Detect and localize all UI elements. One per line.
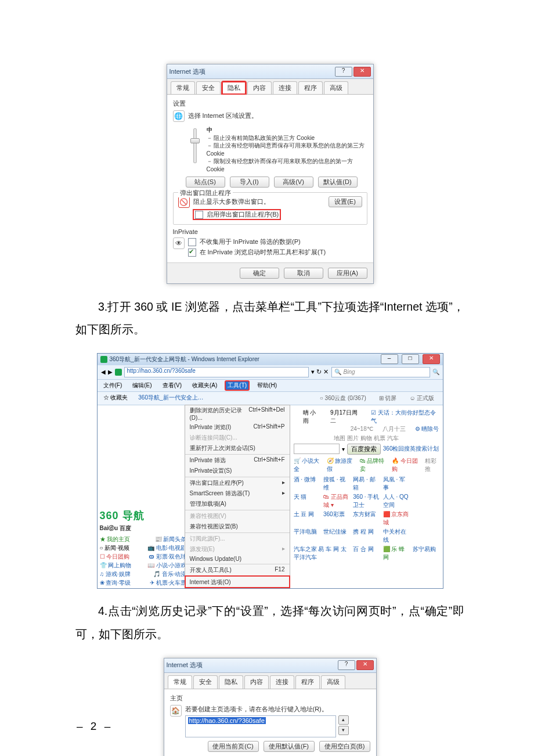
fav-star[interactable]: ☆ 收藏夹 <box>101 393 131 404</box>
tab3-content[interactable]: 内容 <box>244 675 269 689</box>
tab-general[interactable]: 常规 <box>171 81 195 94</box>
version-btn[interactable]: ☺ 正式版 <box>407 394 437 403</box>
gh-0[interactable]: 🛒 小说大全 <box>294 457 320 473</box>
close-button-2[interactable]: ✕ <box>423 354 440 364</box>
dd-delete-history[interactable]: 删除浏览的历史记录(D)...Ctrl+Shift+Del <box>185 405 290 422</box>
portal-search-input[interactable] <box>294 444 340 454</box>
popup-enable-checkbox[interactable] <box>195 211 203 219</box>
tab3-privacy[interactable]: 隐私 <box>219 675 243 689</box>
home-up-icon[interactable]: ▴ <box>338 715 349 725</box>
portal-search-side[interactable]: 360检回搜英搜索计划 <box>383 445 439 453</box>
menu-tools[interactable]: 工具(T) <box>225 381 249 390</box>
dd-subscribe[interactable]: 订阅此源(F)... <box>185 532 290 544</box>
back-icon[interactable]: ◀ <box>101 369 106 375</box>
search-tabs[interactable]: 地图 图片 购物 机票 汽车 <box>294 434 439 442</box>
ln-r1[interactable]: 📺 电影·电视剧 <box>147 544 187 552</box>
portal-search-button[interactable]: 百度搜索 <box>347 444 381 455</box>
g31[interactable]: 世纪佳缘 <box>323 528 349 544</box>
g21[interactable]: 360彩票 <box>323 510 349 527</box>
dd-diagnose[interactable]: 诊断连接问题(C)... <box>185 433 290 443</box>
ln-r2[interactable]: 🎟 彩票·双色球 <box>149 553 187 561</box>
inprivate-cb1[interactable] <box>188 238 196 246</box>
gh-1[interactable]: 🧭 旅游度假 <box>327 457 353 473</box>
home-down-icon[interactable]: ▾ <box>338 726 349 735</box>
gh-3[interactable]: 🔥 今日团购 <box>392 457 418 473</box>
g30[interactable]: 平洋电脑 <box>294 528 320 544</box>
dd-addons[interactable]: 管理加载项(A) <box>185 499 290 509</box>
dd-internet-options[interactable]: Internet 选项(O) <box>185 576 290 588</box>
ln-r3[interactable]: 📖 小说·小游戏 <box>147 561 187 570</box>
search-go-icon[interactable]: 🔍 <box>432 369 439 375</box>
tab-content[interactable]: 内容 <box>247 81 272 94</box>
tab3-security[interactable]: 安全 <box>193 675 218 689</box>
help-button-3[interactable]: ? <box>338 660 355 670</box>
import-button[interactable]: 导入(I) <box>230 177 269 188</box>
ln-l1[interactable]: ○ 新闻·视频 <box>100 544 130 552</box>
gh-4[interactable]: 精彩推 <box>425 457 439 473</box>
ln-r0[interactable]: 📰 新闻头条 <box>155 535 187 543</box>
address-bar[interactable]: http://hao.360.cn/?360safe <box>124 367 309 377</box>
tab3-connections[interactable]: 连接 <box>270 675 294 689</box>
g00[interactable]: 酒 · 微博 <box>294 476 320 492</box>
dd-reopen[interactable]: 重新打开上次浏览会话(S) <box>185 443 290 453</box>
use-blank-button[interactable]: 使用空白页(B) <box>319 741 370 752</box>
g32[interactable]: 携 程 网 <box>353 528 379 544</box>
search-box[interactable]: 🔍 Bing <box>331 367 430 377</box>
tab3-general[interactable]: 常规 <box>168 675 192 689</box>
g10[interactable]: 天 猫 <box>294 493 320 509</box>
default-button[interactable]: 默认值(D) <box>318 177 358 188</box>
ln-l3[interactable]: 👕 网上购物 <box>100 561 132 570</box>
close-button[interactable]: ✕ <box>353 67 371 77</box>
g12[interactable]: 360 · 手机卫士 <box>353 493 379 509</box>
logo-360[interactable]: 360 导航 <box>100 509 145 523</box>
dd-inprivate-filter[interactable]: InPrivate 筛选Ctrl+Shift+F <box>185 454 290 466</box>
use-current-button[interactable]: 使用当前页(C) <box>208 741 259 752</box>
ln-r5[interactable]: ✈ 机票·火车票 <box>150 579 187 587</box>
gh-2[interactable]: 🛍 品牌特卖 <box>360 457 385 473</box>
g01[interactable]: 搜狐 · 视维 <box>323 476 349 492</box>
close-button-3[interactable]: ✕ <box>356 660 374 670</box>
menu-view[interactable]: 查看(V) <box>160 381 184 390</box>
use-default-button[interactable]: 使用默认值(F) <box>264 741 315 752</box>
tab3-programs[interactable]: 程序 <box>295 675 320 689</box>
g33[interactable]: 中关村在线 <box>383 528 409 544</box>
tab-privacy[interactable]: 隐私 <box>222 81 246 94</box>
ln-r4[interactable]: 🎵 音乐·动漫 <box>153 570 187 578</box>
g43[interactable]: 苏宁易购 <box>413 545 439 561</box>
dd-devtools[interactable]: 开发人员工具(L)F12 <box>185 564 290 575</box>
g11[interactable]: 🛍 正品商城 ▾ <box>323 493 349 509</box>
sites-button[interactable]: 站点(S) <box>186 177 225 188</box>
privacy-slider[interactable] <box>188 126 202 173</box>
apply-button[interactable]: 应用(A) <box>328 268 367 279</box>
weather-air[interactable]: ☑ 天话：大街你好型态令气 <box>371 409 439 425</box>
fav-item[interactable]: 360导航_新一代安全上… <box>136 393 205 404</box>
ok-button[interactable]: 确定 <box>240 268 279 279</box>
fwd-icon[interactable]: ▶ <box>108 369 113 375</box>
dropdown-icon[interactable]: ▾ <box>342 446 345 452</box>
help-button[interactable]: ? <box>335 67 352 77</box>
tab-security[interactable]: 安全 <box>196 81 221 94</box>
reload-icon[interactable]: ▾ ↻ ✕ <box>311 368 329 376</box>
ln-l0[interactable]: ★ 我的主页 <box>100 535 131 543</box>
advanced-button[interactable]: 高级(V) <box>274 177 313 188</box>
dd-feed-discover[interactable]: 源发现(E)▸ <box>185 544 290 555</box>
tab-programs[interactable]: 程序 <box>298 81 323 94</box>
cancel-button[interactable]: 取消 <box>284 268 323 279</box>
dd-compat-setting[interactable]: 兼容性视图设置(B) <box>185 521 290 532</box>
inprivate-cb2[interactable] <box>188 249 196 257</box>
g02[interactable]: 网易 · 邮箱 <box>353 476 379 492</box>
g42[interactable]: 🟩 乐 蜂 网 <box>383 545 409 561</box>
dd-popup[interactable]: 弹出窗口阻止程序(P)▸ <box>185 477 290 488</box>
min-button[interactable]: – <box>381 354 398 364</box>
cloud-disk[interactable]: ○ 360云盘 (0/367) <box>317 394 369 403</box>
g41[interactable]: 百 合 网 <box>353 545 379 561</box>
tab-advanced[interactable]: 高级 <box>324 81 348 94</box>
baidu-logo[interactable]: Baiⓓu 百度 <box>100 524 187 532</box>
g20[interactable]: 土 豆 网 <box>294 510 320 527</box>
g22[interactable]: 东方财富 <box>353 510 379 527</box>
max-button[interactable]: □ <box>402 354 419 364</box>
dd-smartscreen[interactable]: SmartScreen 筛选器(T)▸ <box>185 488 290 499</box>
g23[interactable]: 🟥 京东商城 <box>383 510 409 527</box>
g03[interactable]: 凤凰 · 军事 <box>383 476 409 492</box>
g13[interactable]: 人人 · QQ空间 <box>383 493 409 509</box>
